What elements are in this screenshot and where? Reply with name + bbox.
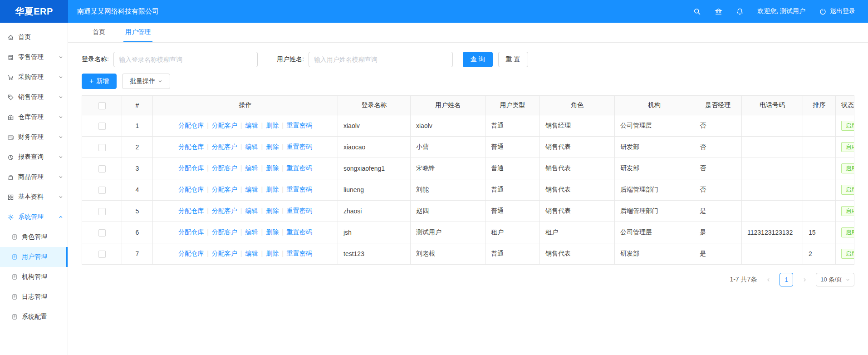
sidebar-item-retail[interactable]: 零售管理 <box>0 47 68 67</box>
chevron-down-icon <box>846 278 850 282</box>
reset-button[interactable]: 重 置 <box>498 52 528 67</box>
sidebar-item-system-config[interactable]: 系统配置 <box>0 307 68 327</box>
action-separator: | <box>282 228 284 236</box>
assign-customer-link[interactable]: 分配客户 <box>212 250 237 257</box>
edit-link[interactable]: 编辑 <box>245 186 258 193</box>
edit-link[interactable]: 编辑 <box>245 250 258 257</box>
sidebar-item-role-management[interactable]: 角色管理 <box>0 227 68 247</box>
cell-role: 租户 <box>540 222 615 243</box>
reset-password-link[interactable]: 重置密码 <box>287 228 312 236</box>
cell-status: 启用 <box>836 179 854 201</box>
assign-customer-link[interactable]: 分配客户 <box>212 228 237 236</box>
delete-link[interactable]: 删除 <box>266 143 279 150</box>
tab-home[interactable]: 首页 <box>91 23 107 42</box>
sidebar-item-goods[interactable]: 商品管理 <box>0 167 68 187</box>
row-checkbox[interactable] <box>98 144 106 151</box>
cell-user-type: 普通 <box>485 158 540 179</box>
sidebar-item-basic-data[interactable]: 基本资料 <box>0 187 68 207</box>
row-checkbox[interactable] <box>98 251 106 258</box>
tab-user-management[interactable]: 用户管理 <box>123 23 152 42</box>
delete-link[interactable]: 删除 <box>266 164 279 172</box>
batch-actions-button[interactable]: 批量操作 <box>122 74 170 89</box>
sidebar-item-warehouse[interactable]: 仓库管理 <box>0 107 68 127</box>
action-separator: | <box>207 122 209 129</box>
row-checkbox[interactable] <box>98 123 106 130</box>
assign-warehouse-link[interactable]: 分配仓库 <box>178 186 204 193</box>
assign-customer-link[interactable]: 分配客户 <box>212 122 237 129</box>
chevron-down-icon <box>158 79 162 84</box>
sidebar-item-org-management[interactable]: 机构管理 <box>0 267 68 287</box>
action-separator: | <box>207 228 209 236</box>
sidebar-item-label: 商品管理 <box>18 173 44 181</box>
reset-password-link[interactable]: 重置密码 <box>287 207 312 214</box>
assign-warehouse-link[interactable]: 分配仓库 <box>178 164 204 172</box>
add-button-label: 新增 <box>96 77 109 85</box>
row-checkbox[interactable] <box>98 229 106 237</box>
logout-label: 退出登录 <box>830 7 855 15</box>
search-icon[interactable] <box>693 8 701 15</box>
action-separator: | <box>282 143 284 150</box>
action-separator: | <box>282 186 284 193</box>
delete-link[interactable]: 删除 <box>266 228 279 236</box>
assign-customer-link[interactable]: 分配客户 <box>212 143 237 150</box>
row-checkbox[interactable] <box>98 208 106 215</box>
chevron-down-icon <box>59 175 63 179</box>
reset-password-link[interactable]: 重置密码 <box>287 164 312 172</box>
page-content: 登录名称: 用户姓名: 查 询 重 置 + 新增 批量操作 <box>68 43 868 286</box>
cell-actions: 分配仓库|分配客户|编辑|删除|重置密码 <box>153 201 338 222</box>
action-separator: | <box>282 164 284 172</box>
assign-customer-link[interactable]: 分配客户 <box>212 186 237 193</box>
sidebar-item-finance[interactable]: 财务管理 <box>0 127 68 147</box>
assign-warehouse-link[interactable]: 分配仓库 <box>178 228 204 236</box>
sidebar-item-purchase[interactable]: 采购管理 <box>0 67 68 87</box>
search-button[interactable]: 查 询 <box>463 52 493 67</box>
sidebar-item-log-management[interactable]: 日志管理 <box>0 287 68 307</box>
delete-link[interactable]: 删除 <box>266 122 279 129</box>
assign-customer-link[interactable]: 分配客户 <box>212 164 237 172</box>
sidebar-item-user-management[interactable]: 用户管理 <box>0 247 68 267</box>
action-separator: | <box>240 143 242 150</box>
delete-link[interactable]: 删除 <box>266 186 279 193</box>
edit-link[interactable]: 编辑 <box>245 122 258 129</box>
grid-icon <box>7 194 14 201</box>
next-page-button[interactable] <box>798 273 811 286</box>
prev-page-button[interactable] <box>761 273 775 286</box>
action-separator: | <box>207 186 209 193</box>
delete-link[interactable]: 删除 <box>266 207 279 214</box>
select-all-checkbox[interactable] <box>98 102 106 109</box>
sidebar-item-report[interactable]: 报表查询 <box>0 147 68 167</box>
bank-icon[interactable] <box>715 8 722 15</box>
sidebar-item-sales[interactable]: 销售管理 <box>0 87 68 107</box>
page-size-select[interactable]: 10 条/页 <box>816 273 854 286</box>
assign-warehouse-link[interactable]: 分配仓库 <box>178 250 204 257</box>
action-separator: | <box>240 186 242 193</box>
assign-warehouse-link[interactable]: 分配仓库 <box>178 143 204 150</box>
sidebar-item-home[interactable]: 首页 <box>0 27 68 47</box>
assign-warehouse-link[interactable]: 分配仓库 <box>178 207 204 214</box>
reset-password-link[interactable]: 重置密码 <box>287 186 312 193</box>
bag-icon <box>7 174 14 181</box>
reset-password-link[interactable]: 重置密码 <box>287 250 312 257</box>
user-name-input[interactable] <box>309 52 453 67</box>
add-button[interactable]: + 新增 <box>82 74 117 89</box>
login-name-input[interactable] <box>113 52 258 67</box>
welcome-user[interactable]: 欢迎您, 测试用户 <box>757 7 805 15</box>
logout-button[interactable]: 退出登录 <box>819 7 855 15</box>
delete-link[interactable]: 删除 <box>266 250 279 257</box>
row-checkbox[interactable] <box>98 187 106 194</box>
reset-password-link[interactable]: 重置密码 <box>287 122 312 129</box>
edit-link[interactable]: 编辑 <box>245 164 258 172</box>
row-checkbox[interactable] <box>98 165 106 173</box>
assign-customer-link[interactable]: 分配客户 <box>212 207 237 214</box>
reset-password-link[interactable]: 重置密码 <box>287 143 312 150</box>
cell-row-number: 7 <box>122 243 153 265</box>
action-separator: | <box>261 164 263 172</box>
edit-link[interactable]: 编辑 <box>245 228 258 236</box>
assign-warehouse-link[interactable]: 分配仓库 <box>178 122 204 129</box>
edit-link[interactable]: 编辑 <box>245 143 258 150</box>
warehouse-icon <box>7 114 14 121</box>
page-number-button[interactable]: 1 <box>780 273 793 286</box>
bell-icon[interactable] <box>736 8 744 15</box>
sidebar-item-system[interactable]: 系统管理 <box>0 207 68 227</box>
edit-link[interactable]: 编辑 <box>245 207 258 214</box>
